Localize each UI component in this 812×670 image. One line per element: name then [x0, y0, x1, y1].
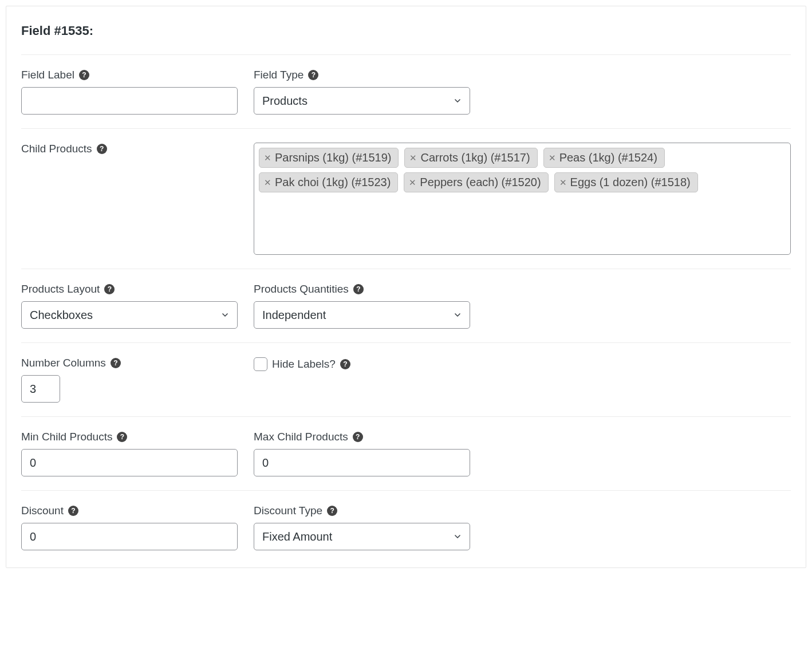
row-min-max: Min Child Products ? Max Child Products … [21, 417, 791, 491]
help-icon[interactable]: ? [327, 506, 337, 516]
max-child-products-input[interactable] [254, 449, 470, 476]
products-quantities-select[interactable]: Independent [254, 301, 470, 329]
products-quantities-text: Products Quantities [254, 283, 349, 295]
discount-type-select-wrap: Fixed Amount [254, 523, 470, 550]
field-label-group: Field Label ? [21, 69, 238, 115]
child-product-tag: ✕ Peas (1kg) (#1524) [543, 148, 665, 168]
child-product-tag-label: Eggs (1 dozen) (#1518) [570, 176, 691, 189]
hide-labels-group: Hide Labels? ? [254, 357, 470, 372]
child-products-text: Child Products [21, 143, 92, 155]
max-child-products-group: Max Child Products ? [254, 431, 470, 476]
min-child-products-group: Min Child Products ? [21, 431, 238, 476]
child-product-tag-label: Pak choi (1kg) (#1523) [275, 176, 391, 189]
products-layout-heading: Products Layout ? [21, 283, 238, 295]
discount-type-group: Discount Type ? Fixed Amount [254, 505, 470, 550]
discount-heading: Discount ? [21, 505, 238, 517]
min-child-products-input[interactable] [21, 449, 238, 476]
help-icon[interactable]: ? [68, 506, 78, 516]
child-products-heading: Child Products ? [21, 143, 238, 155]
max-child-products-heading: Max Child Products ? [254, 431, 470, 443]
field-panel: Field #1535: Field Label ? Field Type ? … [6, 6, 806, 568]
close-icon[interactable]: ✕ [559, 178, 567, 187]
row-layout-quantities: Products Layout ? Checkboxes Products Qu… [21, 269, 791, 343]
help-icon[interactable]: ? [353, 284, 364, 294]
min-child-products-text: Min Child Products [21, 431, 112, 443]
field-type-heading: Field Type ? [254, 69, 470, 81]
help-icon[interactable]: ? [308, 70, 318, 80]
number-columns-text: Number Columns [21, 357, 106, 369]
discount-type-heading: Discount Type ? [254, 505, 470, 517]
products-layout-select[interactable]: Checkboxes [21, 301, 238, 329]
discount-group: Discount ? [21, 505, 238, 550]
child-product-tag: ✕ Eggs (1 dozen) (#1518) [554, 172, 698, 192]
discount-type-text: Discount Type [254, 505, 322, 517]
number-columns-group: Number Columns ? [21, 357, 238, 403]
number-columns-heading: Number Columns ? [21, 357, 238, 369]
help-icon[interactable]: ? [117, 432, 127, 442]
help-icon[interactable]: ? [353, 432, 363, 442]
close-icon[interactable]: ✕ [409, 178, 416, 187]
help-icon[interactable]: ? [97, 144, 107, 154]
row-child-products: Child Products ? ✕ Parsnips (1kg) (#1519… [21, 129, 791, 269]
products-layout-select-wrap: Checkboxes [21, 301, 238, 329]
child-product-tag: ✕ Pak choi (1kg) (#1523) [259, 172, 398, 192]
child-product-tag-label: Parsnips (1kg) (#1519) [275, 151, 391, 164]
discount-text: Discount [21, 505, 64, 517]
field-type-select-wrap: Products [254, 87, 470, 115]
close-icon[interactable]: ✕ [549, 153, 556, 162]
panel-title: Field #1535: [21, 18, 791, 55]
discount-type-select[interactable]: Fixed Amount [254, 523, 470, 550]
field-type-text: Field Type [254, 69, 303, 81]
child-product-tag-label: Peas (1kg) (#1524) [559, 151, 657, 164]
help-icon[interactable]: ? [104, 284, 115, 294]
products-quantities-group: Products Quantities ? Independent [254, 283, 470, 329]
products-quantities-select-wrap: Independent [254, 301, 470, 329]
hide-labels-row: Hide Labels? ? [254, 357, 470, 372]
child-products-heading-col: Child Products ? [21, 143, 238, 155]
child-product-tag-label: Peppers (each) (#1520) [420, 176, 541, 189]
help-icon[interactable]: ? [340, 359, 350, 369]
hide-labels-text: Hide Labels? [272, 358, 336, 371]
close-icon[interactable]: ✕ [409, 153, 417, 162]
products-layout-group: Products Layout ? Checkboxes [21, 283, 238, 329]
row-label-type: Field Label ? Field Type ? Products [21, 55, 791, 129]
discount-input[interactable] [21, 523, 238, 550]
max-child-products-text: Max Child Products [254, 431, 348, 443]
child-product-tag-label: Carrots (1kg) (#1517) [420, 151, 530, 164]
close-icon[interactable]: ✕ [264, 153, 271, 162]
products-quantities-heading: Products Quantities ? [254, 283, 470, 295]
min-child-products-heading: Min Child Products ? [21, 431, 238, 443]
number-columns-input[interactable] [21, 375, 60, 403]
help-icon[interactable]: ? [111, 358, 121, 368]
row-discount: Discount ? Discount Type ? Fixed Amount [21, 491, 791, 564]
field-type-group: Field Type ? Products [254, 69, 470, 115]
close-icon[interactable]: ✕ [264, 178, 271, 187]
help-icon[interactable]: ? [79, 70, 89, 80]
field-type-select[interactable]: Products [254, 87, 470, 115]
field-label-text: Field Label [21, 69, 74, 81]
child-products-tagbox[interactable]: ✕ Parsnips (1kg) (#1519) ✕ Carrots (1kg)… [254, 143, 791, 255]
row-columns-hidelabels: Number Columns ? Hide Labels? ? [21, 343, 791, 417]
field-label-input[interactable] [21, 87, 238, 115]
child-product-tag: ✕ Peppers (each) (#1520) [404, 172, 548, 192]
field-label-heading: Field Label ? [21, 69, 238, 81]
products-layout-text: Products Layout [21, 283, 100, 295]
child-product-tag: ✕ Parsnips (1kg) (#1519) [259, 148, 399, 168]
hide-labels-checkbox[interactable] [254, 357, 267, 371]
child-product-tag: ✕ Carrots (1kg) (#1517) [404, 148, 537, 168]
